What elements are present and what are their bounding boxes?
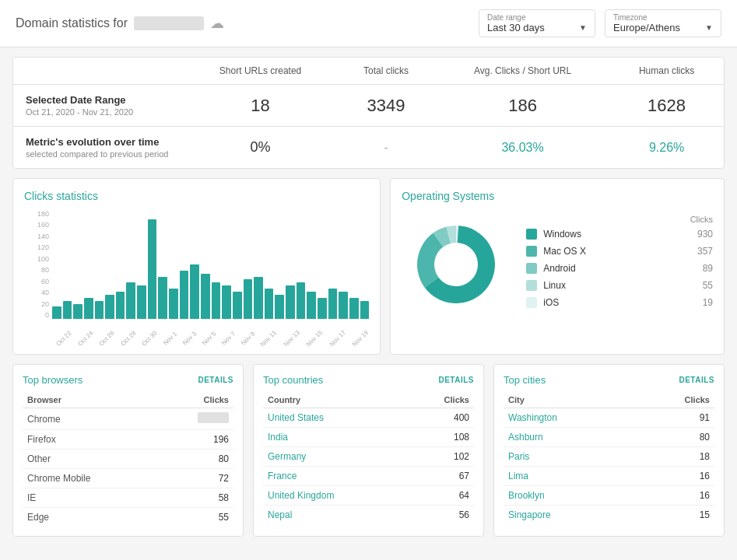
os-legend-row: Windows 930 (526, 229, 713, 240)
os-clicks: 89 (690, 263, 713, 274)
top-countries-header: Top countries DETAILS (263, 374, 474, 386)
bar-item (275, 295, 284, 319)
timezone-arrow: ▼ (705, 23, 713, 32)
x-axis-label (254, 336, 259, 341)
browser-clicks: 80 (158, 450, 233, 469)
city-clicks: 91 (636, 408, 714, 428)
date-range-value: Last 30 days ▼ (487, 22, 587, 33)
y-axis-label: 40 (24, 289, 49, 296)
stats-cell-1-1: - (336, 127, 436, 169)
table-row: Paris 18 (504, 447, 714, 467)
bar-item (286, 285, 295, 319)
bar-item (52, 306, 61, 319)
browser-name: Chrome (23, 408, 158, 430)
os-clicks: 55 (690, 280, 713, 291)
bar-item (73, 304, 82, 319)
top-cities-header: Top cities DETAILS (504, 374, 714, 386)
bar-item (95, 301, 104, 319)
bar-item (148, 219, 157, 319)
y-axis-label: 20 (24, 300, 49, 308)
city-name: Brooklyn (504, 486, 636, 506)
table-row: Ashburn 80 (504, 428, 714, 447)
top-browsers-header: Top browsers DETAILS (23, 374, 233, 386)
browser-name: Edge (23, 508, 158, 527)
os-name: Mac OS X (543, 246, 683, 257)
city-name: Lima (504, 467, 636, 486)
os-color-swatch (526, 280, 537, 291)
stats-row-1-label: Metric's evolution over timeselected com… (13, 127, 184, 169)
top-countries-card: Top countries DETAILS Country Clicks Uni… (253, 364, 484, 537)
city-name: Ashburn (504, 428, 636, 447)
x-axis-label (369, 336, 374, 341)
stats-cell-0-2: 186 (436, 85, 609, 127)
browser-clicks (158, 408, 233, 430)
svg-point-0 (436, 244, 476, 285)
stats-row-0-label: Selected Date RangeOct 21, 2020 - Nov 21… (13, 85, 184, 127)
stats-cell-0-3: 1628 (609, 85, 724, 127)
browser-clicks: 58 (158, 488, 233, 508)
os-clicks: 19 (690, 297, 713, 308)
city-clicks: 80 (636, 428, 714, 447)
col-header-avg-clicks: Avg. Clicks / Short URL (436, 58, 609, 85)
browser-name: Firefox (23, 430, 158, 450)
stats-cell-1-2: 36.03% (436, 127, 609, 169)
table-row: United Kingdom 64 (263, 486, 474, 506)
bar-chart: 180160140120100806040200 (24, 210, 369, 334)
y-axis-label: 160 (24, 221, 49, 229)
y-axis-label: 0 (24, 311, 49, 319)
bar-item (158, 277, 167, 319)
col-header-total-clicks: Total clicks (336, 58, 436, 85)
y-axis-label: 120 (24, 243, 49, 251)
city-clicks: 15 (636, 506, 714, 525)
bar-item (254, 277, 263, 319)
y-axis: 180160140120100806040200 (24, 210, 49, 319)
x-axis-label (72, 336, 77, 341)
table-row: Edge 55 (23, 508, 233, 527)
browser-clicks: 72 (158, 469, 233, 488)
page-header: Domain statistics for ☁ Date range Last … (0, 0, 737, 47)
table-row: Chrome (23, 408, 233, 430)
timezone-dropdown[interactable]: Timezone Europe/Athens ▼ (605, 9, 721, 37)
top-browsers-details[interactable]: DETAILS (198, 376, 233, 384)
date-range-dropdown[interactable]: Date range Last 30 days ▼ (479, 9, 595, 37)
donut-section: Clicks Windows 930 Mac OS X 357 Android … (402, 210, 713, 319)
bar-item (212, 282, 221, 319)
country-clicks: 56 (408, 506, 474, 525)
clicks-chart-card: Clicks statistics 1801601401201008060402… (12, 178, 381, 355)
os-chart-card: Operating Systems Clicks Windows 930 Mac… (390, 178, 725, 355)
country-col-header: Country (263, 392, 408, 408)
table-row: Singapore 15 (504, 506, 714, 525)
country-name: Nepal (263, 506, 408, 525)
col-header-short-urls: Short URLs created (184, 58, 336, 85)
table-row: Brooklyn 16 (504, 486, 714, 506)
top-countries-details[interactable]: DETAILS (438, 376, 474, 384)
bar-item (180, 271, 189, 319)
browser-name: Other (23, 450, 158, 469)
x-axis-label (300, 336, 305, 341)
bar-item (105, 295, 114, 319)
browser-clicks: 196 (158, 430, 233, 450)
top-cities-card: Top cities DETAILS City Clicks Washingto… (493, 364, 725, 537)
col-header-empty (13, 58, 184, 85)
os-name: Windows (543, 229, 683, 240)
os-legend-items: Windows 930 Mac OS X 357 Android 89 Linu… (526, 229, 713, 308)
bar-item (307, 292, 316, 319)
timezone-label: Timezone (613, 13, 713, 22)
header-controls: Date range Last 30 days ▼ Timezone Europ… (479, 9, 721, 37)
top-browsers-card: Top browsers DETAILS Browser Clicks Chro… (12, 364, 244, 537)
bar-item (63, 301, 72, 319)
country-clicks-col-header: Clicks (408, 392, 474, 408)
table-row: Germany 102 (263, 447, 474, 467)
country-clicks: 102 (408, 447, 474, 467)
country-clicks: 64 (408, 486, 474, 506)
table-row: France 67 (263, 467, 474, 486)
x-axis-label (324, 336, 328, 341)
browser-clicks: 55 (158, 508, 233, 527)
bar-item (169, 289, 178, 319)
city-name: Washington (504, 408, 636, 428)
os-color-swatch (526, 246, 537, 257)
bar-item (297, 282, 306, 319)
os-color-swatch (526, 297, 537, 308)
top-cities-details[interactable]: DETAILS (679, 376, 714, 384)
y-axis-label: 140 (24, 233, 49, 240)
